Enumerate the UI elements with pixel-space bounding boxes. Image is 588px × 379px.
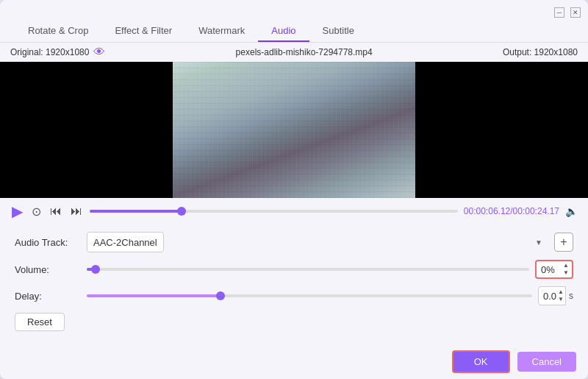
audio-track-select[interactable]: AAC-2Channel AAC-Stereo MP3	[87, 232, 164, 252]
delay-row: Delay: 0.0 ▲ ▼ s	[15, 286, 573, 305]
footer: OK Cancel	[0, 344, 588, 379]
delay-input: 0.0 ▲ ▼	[538, 286, 566, 305]
output-resolution: Output: 1920x1080	[503, 47, 578, 57]
delay-value-box: 0.0 ▲ ▼ s	[538, 286, 573, 305]
delay-thumb	[216, 291, 225, 300]
window-controls: ─ ✕	[554, 7, 581, 18]
delay-fill	[87, 294, 220, 297]
audio-track-label: Audio Track:	[15, 237, 81, 248]
tabs-bar: Rotate & Crop Effect & Filter Watermark …	[0, 21, 588, 43]
eye-icon[interactable]: 👁	[93, 46, 105, 59]
playback-bar: ▶ ⊙ ⏮ ⏭ 00:00:06.12/00:00:24.17 🔈	[0, 198, 588, 224]
original-resolution: Original: 1920x1080	[10, 47, 89, 57]
minimize-button[interactable]: ─	[554, 7, 564, 18]
volume-up-button[interactable]: ▲	[562, 262, 570, 269]
volume-fill	[87, 268, 96, 271]
delay-down-button[interactable]: ▼	[556, 296, 565, 303]
reset-row: Reset	[15, 313, 573, 331]
tab-watermark[interactable]: Watermark	[185, 21, 258, 42]
video-preview	[0, 62, 588, 198]
progress-thumb	[177, 207, 186, 216]
next-button[interactable]: ⏭	[69, 205, 84, 218]
audio-track-select-wrapper: AAC-2Channel AAC-Stereo MP3 ▼	[87, 232, 548, 252]
add-track-button[interactable]: +	[554, 233, 573, 252]
delay-label: Delay:	[15, 291, 81, 302]
volume-input-box: 0% ▲ ▼	[535, 260, 573, 279]
volume-value: 0%	[541, 264, 555, 275]
ok-button[interactable]: OK	[452, 350, 510, 373]
tab-effect[interactable]: Effect & Filter	[101, 21, 185, 42]
info-bar: Original: 1920x1080 👁 pexels-adlib-mishi…	[0, 43, 588, 62]
reset-button[interactable]: Reset	[15, 313, 65, 331]
audio-track-row: Audio Track: AAC-2Channel AAC-Stereo MP3…	[15, 232, 573, 252]
tab-audio[interactable]: Audio	[258, 21, 309, 42]
tab-rotate[interactable]: Rotate & Crop	[15, 21, 101, 42]
main-window: ─ ✕ Rotate & Crop Effect & Filter Waterm…	[0, 0, 588, 379]
time-display: 00:00:06.12/00:00:24.17	[464, 206, 559, 216]
delay-value: 0.0	[543, 291, 556, 302]
video-overlay	[173, 62, 415, 198]
controls-area: Audio Track: AAC-2Channel AAC-Stereo MP3…	[0, 224, 588, 344]
prev-button[interactable]: ⏮	[49, 205, 63, 218]
volume-row: Volume: 0% ▲ ▼	[15, 260, 573, 279]
stop-button[interactable]: ⊙	[30, 205, 43, 219]
volume-thumb	[91, 265, 100, 274]
cancel-button[interactable]: Cancel	[517, 352, 576, 372]
select-arrow-icon: ▼	[535, 238, 542, 247]
progress-bar[interactable]	[90, 210, 458, 213]
filename: pexels-adlib-mishiko-7294778.mp4	[236, 47, 373, 57]
volume-down-button[interactable]: ▼	[562, 269, 570, 277]
volume-label: Volume:	[15, 264, 81, 275]
title-bar: ─ ✕	[0, 0, 588, 21]
delay-up-button[interactable]: ▲	[556, 288, 565, 296]
close-button[interactable]: ✕	[570, 7, 581, 18]
delay-slider[interactable]	[87, 294, 532, 297]
volume-slider[interactable]	[87, 268, 529, 271]
volume-spinners: ▲ ▼	[562, 262, 570, 277]
play-button[interactable]: ▶	[10, 202, 24, 220]
delay-unit: s	[569, 291, 573, 301]
progress-fill	[90, 210, 182, 213]
volume-icon[interactable]: 🔈	[565, 205, 578, 217]
video-frame	[173, 62, 415, 198]
delay-spinners: ▲ ▼	[556, 288, 565, 303]
tab-subtitle[interactable]: Subtitle	[309, 21, 368, 42]
